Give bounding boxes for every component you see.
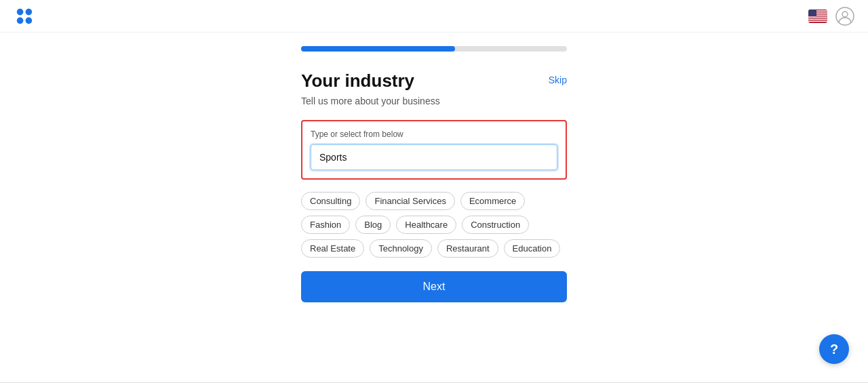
- tag-construction[interactable]: Construction: [462, 216, 529, 234]
- svg-rect-9: [808, 18, 827, 20]
- progress-bar: [301, 46, 567, 52]
- logo[interactable]: [14, 5, 35, 27]
- svg-point-2: [17, 17, 24, 24]
- skip-link[interactable]: Skip: [549, 75, 567, 85]
- subtitle: Tell us more about your business: [301, 96, 567, 106]
- input-section: Type or select from below: [301, 120, 567, 180]
- tag-restaurant[interactable]: Restaurant: [437, 239, 498, 258]
- industry-input[interactable]: [311, 144, 557, 170]
- tag-technology[interactable]: Technology: [370, 239, 432, 258]
- tag-ecommerce[interactable]: Ecommerce: [460, 192, 525, 210]
- user-account-icon[interactable]: [835, 7, 854, 26]
- language-flag-icon[interactable]: [808, 9, 827, 23]
- svg-rect-8: [808, 16, 827, 18]
- tag-real-estate[interactable]: Real Estate: [301, 239, 364, 258]
- progress-fill: [301, 46, 455, 52]
- svg-point-3: [26, 17, 33, 24]
- input-label: Type or select from below: [311, 129, 557, 139]
- svg-point-13: [842, 12, 848, 17]
- tag-financial-services[interactable]: Financial Services: [366, 192, 455, 210]
- next-button[interactable]: Next: [301, 271, 567, 302]
- main-content: Your industry Skip Tell us more about yo…: [0, 33, 868, 302]
- svg-rect-10: [808, 20, 827, 22]
- tag-consulting[interactable]: Consulting: [301, 192, 360, 210]
- svg-point-1: [26, 8, 33, 15]
- header: [0, 0, 868, 33]
- header-right: [808, 7, 854, 26]
- tag-education[interactable]: Education: [504, 239, 561, 258]
- svg-point-0: [17, 8, 24, 15]
- help-button[interactable]: ?: [819, 334, 849, 364]
- svg-rect-11: [808, 9, 816, 16]
- page-title: Your industry: [301, 70, 414, 92]
- form-section: Your industry Skip Tell us more about yo…: [301, 70, 567, 302]
- tags-row: Consulting Financial Services Ecommerce …: [301, 192, 567, 258]
- tag-healthcare[interactable]: Healthcare: [396, 216, 456, 234]
- title-row: Your industry Skip: [301, 70, 567, 92]
- tag-blog[interactable]: Blog: [355, 216, 391, 234]
- tag-fashion[interactable]: Fashion: [301, 216, 350, 234]
